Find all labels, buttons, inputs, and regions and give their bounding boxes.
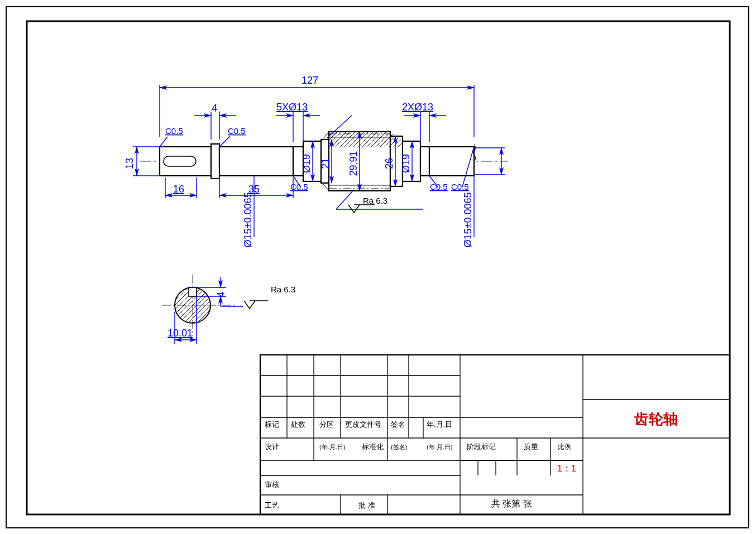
c05-e: C0.5 (451, 182, 469, 191)
tb-design: 设计 (265, 442, 279, 451)
tb-zone: 分区 (319, 420, 334, 429)
drawing-title: 齿轮轴 (634, 411, 678, 427)
dim-d21: 21 (320, 158, 331, 169)
tb-std: 标准化 (361, 442, 384, 451)
dim-d15b: Ø15±0.0065 (462, 193, 473, 248)
ra-b: Ra 6.3 (271, 285, 295, 294)
dim-5x13: 5XØ13 (276, 102, 308, 113)
tb-date: 年.月.日 (427, 420, 452, 429)
section-1001: 10.01 (168, 328, 193, 339)
tb-chg: 更改文件号 (345, 420, 381, 429)
section-4: 4 (216, 292, 227, 297)
tb-scalelbl: 比例 (557, 442, 572, 451)
tb-qty: 处数 (291, 420, 305, 429)
svg-rect-13 (429, 147, 474, 176)
tb-sign: 签名 (391, 420, 405, 429)
tb-mass: 质量 (524, 442, 538, 451)
svg-line-58 (336, 191, 353, 209)
svg-rect-4 (211, 144, 219, 179)
dim-d19a: Ø19 (301, 154, 312, 173)
tb-scale: 1：1 (557, 464, 576, 473)
svg-rect-5 (219, 147, 293, 176)
engineering-drawing: 127 4 5XØ13 2XØ13 13 16 35 Ø19 21 29.91 … (0, 0, 756, 534)
svg-line-53 (219, 136, 230, 147)
dim-16: 16 (173, 184, 184, 195)
dim-d26: 26 (384, 158, 395, 169)
ra-a: Ra 6.3 (363, 196, 387, 205)
dim-4: 4 (212, 103, 217, 114)
dim-d19b: Ø19 (400, 154, 412, 173)
title-block: 标记 处数 分区 更改文件号 签名 年.月.日 设计 (年.月.日) 标准化 (… (260, 355, 730, 514)
svg-line-52 (160, 137, 168, 147)
svg-rect-12 (420, 147, 429, 176)
svg-rect-74 (260, 355, 730, 514)
dim-2991: 29.91 (348, 151, 359, 176)
dim-13: 13 (124, 158, 135, 169)
c05-c: C0.5 (290, 182, 308, 191)
tb-signsm: (签名) (391, 444, 407, 450)
c05-d: C0.5 (430, 182, 448, 191)
c05-b: C0.5 (228, 126, 246, 136)
tb-sheet: 共 张第 张 (491, 499, 532, 508)
tb-appr: 批 准 (358, 501, 375, 509)
svg-rect-63 (189, 287, 197, 296)
tb-mark: 标记 (264, 420, 279, 429)
c05-a: C0.5 (165, 126, 183, 136)
shaft-outline (160, 132, 474, 191)
tb-proc: 工艺 (265, 501, 279, 509)
dim-2x13: 2XØ13 (402, 102, 433, 113)
svg-rect-1 (27, 21, 730, 514)
dim-d15a: Ø15±0.0065 (242, 193, 253, 248)
dim-overall: 127 (302, 75, 318, 86)
tb-stage: 阶段标记 (467, 442, 496, 451)
tb-dsm: (年.月.日) (319, 444, 345, 450)
tb-dsm2: (年.月.日) (427, 444, 452, 450)
tb-check: 审核 (265, 480, 279, 489)
